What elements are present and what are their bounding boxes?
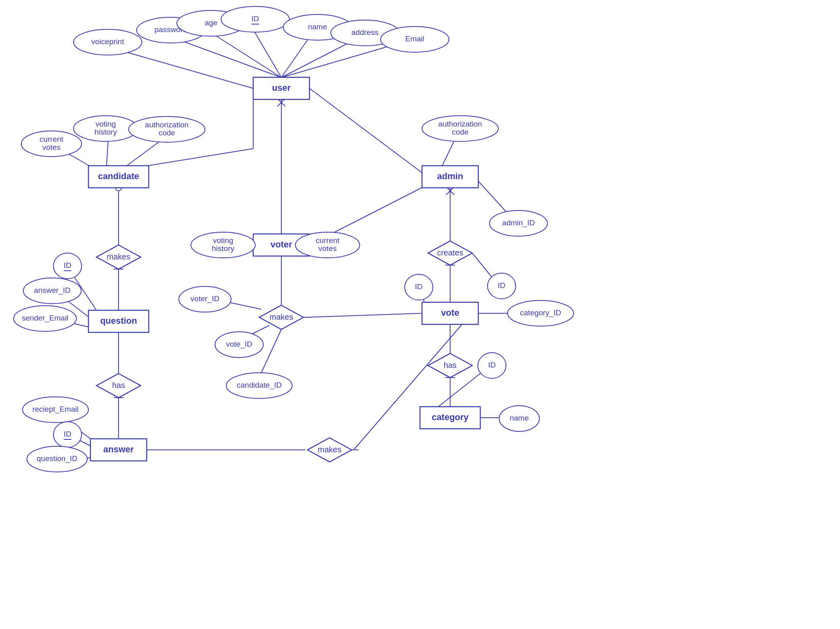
er-diagram [0,0,840,629]
